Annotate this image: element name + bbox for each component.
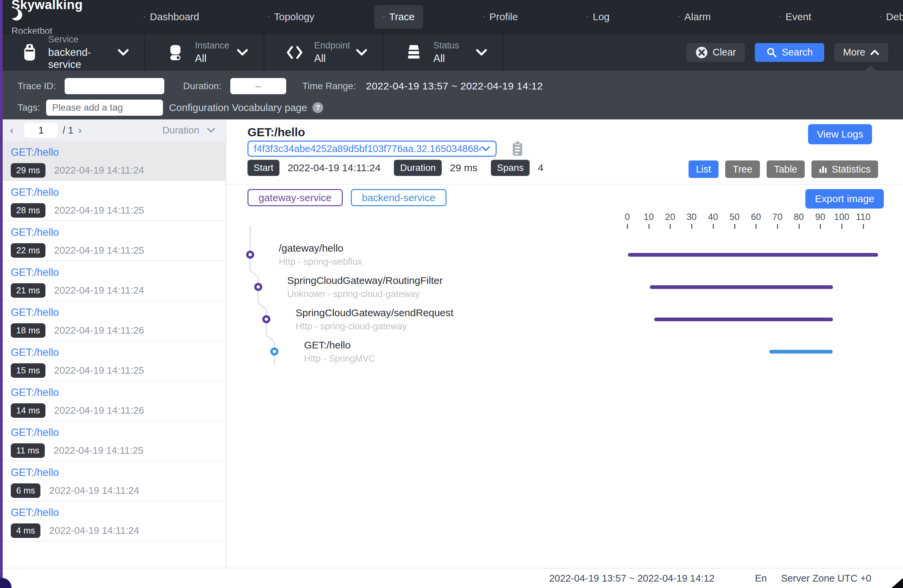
view-logs-button[interactable]: View Logs	[808, 124, 872, 144]
duration-badge: 4 ms	[11, 524, 40, 538]
trace-id-input[interactable]	[64, 78, 164, 94]
chevron-up-icon	[870, 49, 879, 55]
span-duration-bar[interactable]	[628, 253, 878, 257]
search-button[interactable]: Search	[755, 43, 824, 62]
trace-id-select[interactable]: f4f3f3c34abe4252a89d5bf103f776aa.32.1650…	[247, 141, 497, 157]
trace-item-meta: 14 ms2022-04-19 14:11:26	[11, 403, 226, 418]
span-row[interactable]: SpringCloudGateway/sendRequestHttp - spr…	[226, 303, 903, 336]
span-node-icon[interactable]	[254, 283, 262, 291]
instance-selector[interactable]: Instance All	[145, 34, 264, 71]
more-label: More	[843, 47, 865, 58]
nav-item-trace[interactable]: Trace	[374, 5, 423, 28]
prev-page-icon[interactable]: ‹	[10, 124, 22, 136]
nav-item-log[interactable]: Log	[578, 5, 618, 28]
status-value: All	[433, 52, 459, 64]
view-tab-label: Statistics	[832, 164, 871, 175]
service-selector[interactable]: Service backend-service	[0, 34, 145, 71]
service-label: Service	[48, 34, 118, 45]
export-image-button[interactable]: Export image	[805, 189, 884, 209]
trace-list-item[interactable]: GET:/hello6 ms2022-04-19 14:11:24	[0, 461, 226, 501]
span-duration-bar[interactable]	[650, 285, 833, 289]
nav-item-topology[interactable]: Topology	[259, 5, 323, 28]
next-page-icon[interactable]: ›	[78, 124, 90, 136]
trace-list-sidebar: ‹ / 1 › Duration GET:/hello29 ms2022-04-…	[0, 119, 226, 568]
axis-tick-label: 110	[856, 212, 870, 223]
app-logo[interactable]: Skywalking Rocketbot	[11, 0, 83, 36]
nav-item-profile[interactable]: Profile	[474, 5, 527, 28]
nav-item-label: Topology	[274, 11, 315, 22]
span-node-icon[interactable]	[246, 251, 254, 259]
copy-clipboard-icon[interactable]	[511, 141, 524, 157]
span-row[interactable]: SpringCloudGateway/RoutingFilterUnknown …	[226, 271, 903, 303]
instance-icon	[166, 43, 185, 62]
trace-list: GET:/hello29 ms2022-04-19 14:11:24GET:/h…	[0, 141, 226, 567]
trace-list-item[interactable]: GET:/hello29 ms2022-04-19 14:11:24	[0, 141, 226, 181]
trace-timestamp: 2022-04-19 14:11:25	[54, 245, 144, 256]
time-range-label: Time Range:	[302, 81, 356, 91]
nav-dot-icon	[678, 16, 680, 17]
trace-list-item[interactable]: GET:/hello14 ms2022-04-19 14:11:26	[0, 381, 226, 421]
span-node-icon[interactable]	[271, 348, 278, 356]
nav-dot-icon	[779, 16, 781, 17]
duration-input[interactable]	[230, 78, 286, 94]
duration-badge: 29 ms	[11, 163, 46, 177]
trace-list-item[interactable]: GET:/hello28 ms2022-04-19 14:11:25	[0, 181, 226, 221]
trace-list-item[interactable]: GET:/hello11 ms2022-04-19 14:11:25	[0, 421, 226, 461]
logo-title: Skywalking	[11, 0, 83, 11]
view-tab-tree[interactable]: Tree	[725, 160, 760, 178]
help-icon[interactable]: ?	[312, 102, 324, 114]
moon-icon	[11, 11, 22, 25]
endpoint-selector[interactable]: Endpoint All	[264, 34, 384, 71]
tags-input[interactable]	[46, 100, 163, 116]
clear-button[interactable]: Clear	[686, 43, 745, 62]
status-icon	[404, 44, 423, 61]
duration-badge: Duration	[394, 160, 442, 176]
time-range-value[interactable]: 2022-04-19 13:57 ~ 2022-04-19 14:12	[366, 80, 543, 92]
trace-list-item[interactable]: GET:/hello22 ms2022-04-19 14:11:25	[0, 221, 226, 261]
trace-list-item[interactable]: GET:/hello18 ms2022-04-19 14:11:26	[0, 301, 226, 341]
status-selector[interactable]: Status All	[384, 34, 503, 71]
page-total: / 1	[63, 125, 73, 136]
vocabulary-link[interactable]: Configuration Vocabulary page ?	[169, 102, 324, 114]
nav-item-alarm[interactable]: Alarm	[670, 5, 719, 28]
trace-list-item[interactable]: GET:/hello15 ms2022-04-19 14:11:25	[0, 341, 226, 381]
language-toggle[interactable]: En	[755, 573, 767, 584]
trace-item-meta: 18 ms2022-04-19 14:11:26	[11, 323, 226, 338]
nav-item-event[interactable]: Event	[771, 5, 820, 28]
sort-dropdown[interactable]: Duration	[162, 125, 216, 136]
span-node-icon[interactable]	[262, 315, 271, 323]
service-tag-backend-service[interactable]: backend-service	[351, 189, 447, 206]
service-tag-gateway-service[interactable]: gateway-service	[247, 189, 343, 206]
duration-badge: 28 ms	[11, 203, 46, 218]
span-duration-bar[interactable]	[654, 318, 833, 321]
span-row[interactable]: /gateway/helloHttp - spring-webflux	[226, 238, 903, 271]
trace-list-item[interactable]: GET:/hello4 ms2022-04-19 14:11:24	[0, 501, 226, 541]
span-duration-bar[interactable]	[769, 350, 833, 354]
instance-label: Instance	[195, 40, 229, 51]
nav-item-debug[interactable]: Debug	[872, 5, 903, 28]
span-row[interactable]: GET:/helloHttp - SpringMVC	[226, 336, 903, 368]
nav-item-label: Log	[593, 11, 609, 22]
axis-tick-label: 10	[644, 212, 654, 223]
nav-dot-icon	[144, 16, 145, 17]
view-tab-statistics[interactable]: Statistics	[812, 160, 878, 178]
trace-meta: Start 2022-04-19 14:11:24 Duration 29 ms…	[247, 160, 549, 176]
search-icon	[766, 47, 777, 58]
axis-tick-mark	[820, 224, 821, 229]
trace-item-title: GET:/hello	[11, 267, 226, 279]
duration-badge: 6 ms	[11, 483, 40, 498]
more-button[interactable]: More	[834, 43, 888, 62]
axis-tick-mark	[713, 224, 714, 229]
view-tab-list[interactable]: List	[689, 160, 719, 178]
page-number-input[interactable]	[24, 123, 58, 138]
chevron-down-icon	[481, 146, 490, 152]
nav-item-dashboard[interactable]: Dashboard	[135, 5, 208, 28]
span-tree: /gateway/helloHttp - spring-webfluxSprin…	[226, 238, 903, 380]
filter-bar: Service backend-service Instance All	[0, 34, 903, 71]
axis-tick-label: 20	[665, 212, 675, 223]
trace-item-meta: 6 ms2022-04-19 14:11:24	[11, 483, 226, 498]
server-zone[interactable]: Server Zone UTC +0	[781, 573, 872, 584]
trace-list-item[interactable]: GET:/hello21 ms2022-04-19 14:11:24	[0, 261, 226, 301]
view-tab-table[interactable]: Table	[767, 160, 805, 178]
footer-time-range[interactable]: 2022-04-19 13:57 ~ 2022-04-19 14:12	[549, 573, 714, 584]
